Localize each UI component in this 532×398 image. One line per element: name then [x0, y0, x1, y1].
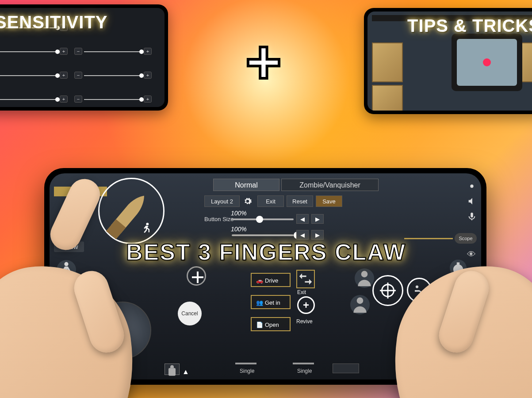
silhouette-icon[interactable] — [350, 295, 370, 314]
alpha-slider[interactable] — [232, 234, 294, 236]
settings-icon[interactable] — [467, 181, 477, 193]
swap-seat-button[interactable] — [296, 270, 315, 288]
cancel-button[interactable]: Cancel — [178, 302, 202, 325]
aim-scope-button[interactable] — [372, 275, 403, 306]
plus-icon[interactable]: + — [144, 48, 152, 55]
arrow-left-icon[interactable]: ◀ — [296, 214, 309, 224]
scope-button[interactable]: Scope — [455, 233, 477, 244]
thumbnail-canvas: + + + + − + − + − + SENSITIVITY + — [0, 0, 532, 398]
exit-label: Exit — [297, 289, 306, 295]
firemode-single[interactable]: Single — [240, 368, 254, 374]
plus-icon[interactable]: + — [60, 72, 68, 79]
title-sensitivity: SENSITIVITY — [0, 12, 108, 32]
eye-icon[interactable]: 👁 — [467, 249, 476, 260]
arrow-right-icon[interactable]: ▶ — [311, 230, 324, 240]
save-button[interactable]: Save — [316, 195, 342, 207]
chevron-up-icon[interactable]: ▲ — [182, 368, 189, 376]
scope-line — [404, 238, 453, 239]
minus-icon[interactable]: − — [74, 96, 82, 103]
plus-icon[interactable]: + — [144, 72, 152, 79]
minus-icon[interactable]: − — [74, 48, 82, 55]
svg-rect-14 — [168, 368, 176, 375]
gear-icon[interactable] — [243, 197, 252, 206]
exit-button[interactable]: Exit — [257, 195, 284, 207]
phone-sensitivity: + + + + − + − + − + SENSITIVITY — [0, 4, 168, 111]
button-size-label: Button Size — [204, 216, 234, 222]
pistol-slot[interactable] — [333, 364, 359, 373]
reticle-dot — [483, 58, 491, 66]
tab-normal[interactable]: Normal — [213, 179, 279, 191]
title-tips: TIPS & TRICKS — [407, 16, 532, 36]
minus-icon[interactable]: − — [74, 72, 82, 79]
sprint-icon[interactable] — [140, 222, 153, 236]
firemode-single[interactable]: Single — [297, 368, 312, 374]
backpack-icon[interactable] — [165, 364, 180, 375]
svg-rect-13 — [471, 213, 473, 218]
mic-icon[interactable] — [467, 211, 477, 223]
svg-point-4 — [357, 298, 364, 304]
open-button[interactable]: 📄Open — [251, 317, 291, 331]
tab-zombie[interactable]: Zombie/Vanquisher — [281, 179, 379, 191]
svg-point-0 — [64, 262, 68, 266]
drive-button[interactable]: 🚗Drive — [251, 273, 291, 287]
ammo-bar — [293, 363, 314, 364]
button-size-value: 100% — [231, 210, 247, 217]
holo-sight — [452, 34, 522, 91]
revive-label: Revive — [296, 318, 313, 325]
plus-icon[interactable]: + — [60, 96, 68, 103]
svg-point-3 — [361, 271, 368, 278]
plus-icon: + — [245, 31, 282, 93]
aim-button[interactable] — [187, 266, 206, 286]
speaker-icon[interactable] — [467, 196, 477, 208]
svg-point-2 — [146, 223, 149, 226]
getin-button[interactable]: 👥Get in — [251, 295, 291, 309]
phone-tips: TIPS & TRICKS — [364, 8, 532, 114]
layout-button[interactable]: Layout 2 — [204, 195, 240, 207]
arrow-right-icon[interactable]: ▶ — [311, 214, 324, 224]
add-button[interactable]: + — [297, 296, 315, 314]
button-size-slider[interactable] — [232, 218, 294, 220]
plus-icon[interactable]: + — [144, 96, 152, 103]
alpha-value: 100% — [231, 226, 247, 233]
svg-rect-11 — [457, 262, 459, 266]
reset-button[interactable]: Reset — [287, 195, 313, 207]
ammo-bar — [235, 363, 256, 364]
silhouette-icon[interactable] — [355, 268, 374, 288]
svg-point-8 — [416, 285, 418, 288]
plus-icon[interactable]: + — [60, 48, 68, 55]
arrow-left-icon[interactable]: ◀ — [296, 230, 309, 240]
